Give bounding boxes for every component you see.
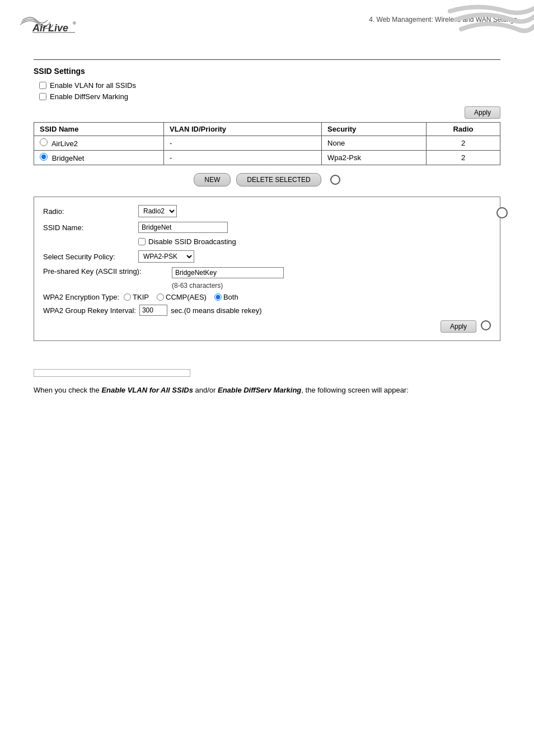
security-cell-2: Wpa2-Psk [322, 151, 427, 165]
ssid-name-field-row: SSID Name: [43, 222, 491, 233]
table-row: AirLive2 - None 2 [34, 136, 500, 151]
enable-diffserv-checkbox[interactable] [39, 93, 46, 100]
svg-text:Air: Air [32, 22, 47, 34]
security-policy-row: Select Security Policy: WPA2-PSK [43, 250, 491, 263]
encryption-tkip-radio[interactable] [124, 293, 131, 301]
description-italic2: Enable DiffServ Marking [218, 386, 301, 394]
vlan-cell-2: - [163, 151, 321, 165]
apply-bottom-button[interactable]: Apply [441, 320, 476, 333]
enable-vlan-label[interactable]: Enable VLAN for all SSIDs [50, 81, 136, 90]
rekey-input[interactable] [139, 305, 167, 316]
preshared-key-label: Pre-shared Key (ASCII string): [43, 267, 172, 276]
delete-selected-button[interactable]: DELETE SELECTED [236, 173, 321, 186]
encryption-radio-group: TKIP CCMP(AES) Both [124, 293, 238, 301]
apply-top-row: Apply [34, 106, 500, 119]
security-policy-label: Select Security Policy: [43, 253, 138, 261]
encryption-both-radio[interactable] [214, 293, 222, 301]
col-radio: Radio [427, 123, 500, 136]
page-title: 4. Web Management: Wireless and WAN Sett… [369, 10, 517, 24]
radio-cell-1: 2 [427, 136, 500, 151]
preshared-key-input[interactable] [172, 267, 284, 278]
disable-broadcast-label[interactable]: Disable SSID Broadcasting [148, 237, 236, 246]
preshared-key-row: Pre-shared Key (ASCII string): [43, 267, 491, 278]
ssid-name-field-label: SSID Name: [43, 223, 138, 232]
action-circle-indicator [330, 175, 340, 185]
radio-cell-2: 2 [427, 151, 500, 165]
encryption-ccmp-radio[interactable] [157, 293, 164, 301]
apply-bottom-row: Apply [43, 320, 491, 333]
description-text: When you check the Enable VLAN for All S… [0, 385, 534, 396]
description-after: , the following screen will appear: [301, 386, 409, 394]
encryption-label: WPA2 Encryption Type: [43, 293, 119, 301]
detail-form: Radio: Radio2 SSID Name: Disable SSID Br… [34, 197, 500, 341]
action-buttons-row: NEW DELETE SELECTED [34, 173, 500, 186]
description-italic1: Enable VLAN for All SSIDs [101, 386, 193, 394]
rekey-note: sec.(0 means disable rekey) [171, 306, 262, 315]
ssid-table: SSID Name VLAN ID/Priority Security Radi… [34, 122, 500, 165]
security-policy-select[interactable]: WPA2-PSK [138, 250, 194, 263]
col-security: Security [322, 123, 427, 136]
security-cell-1: None [322, 136, 427, 151]
enable-diffserv-row: Enable DiffServ Marking [39, 92, 500, 101]
table-header-row: SSID Name VLAN ID/Priority Security Radi… [34, 123, 500, 136]
svg-text:Live: Live [48, 22, 68, 34]
enable-diffserv-label[interactable]: Enable DiffServ Marking [50, 92, 128, 101]
apply-top-button[interactable]: Apply [465, 106, 500, 119]
ssid-name-input[interactable] [138, 222, 228, 233]
enable-vlan-row: Enable VLAN for all SSIDs [39, 81, 500, 90]
svg-text:®: ® [73, 21, 76, 26]
rekey-label: WPA2 Group Rekey Interval: [43, 306, 136, 315]
ssid-radio-2[interactable] [40, 153, 48, 161]
radio-select[interactable]: Radio2 [138, 205, 177, 217]
radio-field-row: Radio: Radio2 [43, 205, 491, 217]
table-row: BridgeNet - Wpa2-Psk 2 [34, 151, 500, 165]
encryption-ccmp-text: CCMP(AES) [166, 293, 207, 301]
logo: Air Live ® [17, 10, 84, 43]
section-title: SSID Settings [34, 67, 500, 76]
characters-note: (8-63 characters) [172, 282, 491, 290]
disable-broadcast-row: Disable SSID Broadcasting [43, 237, 491, 246]
col-ssid-name: SSID Name [34, 123, 164, 136]
header: Air Live ® 4. Web Management: Wireless a… [0, 0, 534, 43]
ssid-radio-1[interactable] [40, 138, 48, 146]
radio-field-label: Radio: [43, 207, 138, 216]
encryption-both-text: Both [223, 293, 238, 301]
enable-vlan-checkbox[interactable] [39, 82, 46, 89]
new-button[interactable]: NEW [194, 173, 231, 186]
apply-circle-indicator [481, 320, 491, 330]
encryption-both-label[interactable]: Both [214, 293, 238, 301]
caption-box [34, 369, 190, 377]
airlive-logo-svg: Air Live ® [17, 10, 78, 41]
form-right-circle [496, 207, 508, 218]
rekey-row: WPA2 Group Rekey Interval: sec.(0 means … [43, 305, 491, 316]
description-before-italic1: When you check the [34, 386, 101, 394]
encryption-ccmp-label[interactable]: CCMP(AES) [157, 293, 207, 301]
main-content: SSID Settings Enable VLAN for all SSIDs … [0, 48, 534, 358]
col-vlan-priority: VLAN ID/Priority [163, 123, 321, 136]
disable-broadcast-checkbox[interactable] [138, 238, 146, 245]
ssid-name-cell-1: AirLive2 [34, 136, 164, 151]
encryption-tkip-label[interactable]: TKIP [124, 293, 149, 301]
encryption-row: WPA2 Encryption Type: TKIP CCMP(AES) Bot… [43, 293, 491, 301]
description-between: and/or [193, 386, 218, 394]
encryption-tkip-text: TKIP [133, 293, 149, 301]
ssid-name-cell-2: BridgeNet [34, 151, 164, 165]
vlan-cell-1: - [163, 136, 321, 151]
section-divider [34, 59, 500, 60]
